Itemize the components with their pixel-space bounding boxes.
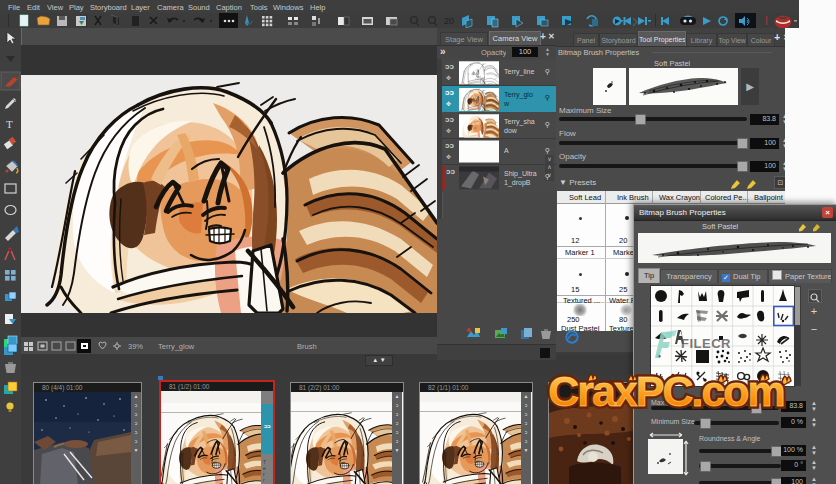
svg-text:⚲: ⚲ [545, 147, 550, 154]
svg-text:dow: dow [504, 127, 518, 134]
svg-text:ɔɔ: ɔɔ [445, 141, 454, 150]
svg-text:ɔɔ: ɔɔ [445, 115, 454, 124]
svg-text:39%: 39% [128, 342, 143, 351]
svg-text:ɔɔ: ɔɔ [445, 62, 454, 71]
svg-text:Terry_glow: Terry_glow [158, 342, 195, 351]
svg-text:ɔɔ: ɔɔ [445, 88, 454, 97]
svg-text:CraxPC.com: CraxPC.com [548, 367, 784, 414]
svg-text:✥: ✥ [446, 128, 451, 134]
svg-text:w: w [503, 100, 510, 107]
svg-text:✥: ✥ [446, 101, 451, 107]
svg-text:Brush: Brush [297, 342, 317, 351]
svg-text:✥: ✥ [446, 75, 451, 81]
svg-text:T: T [6, 118, 13, 130]
svg-text:✥: ✥ [446, 154, 451, 160]
svg-text:Ship_Ultra: Ship_Ultra [504, 170, 537, 178]
svg-text:⚲: ⚲ [545, 173, 550, 180]
svg-text:⚲: ⚲ [545, 68, 550, 75]
svg-text:ɔɔ: ɔɔ [446, 167, 455, 176]
svg-text:Terry_line: Terry_line [504, 68, 534, 76]
svg-text:A: A [504, 147, 509, 154]
svg-text:⚲: ⚲ [545, 94, 550, 101]
svg-text:Terry_sha: Terry_sha [504, 118, 535, 126]
svg-text:20: 20 [444, 16, 454, 26]
svg-text:⚲: ⚲ [545, 121, 550, 128]
svg-text:1_dropB: 1_dropB [504, 179, 531, 187]
svg-text:Terry_glo: Terry_glo [504, 91, 533, 99]
svg-text:FILECR: FILECR [681, 336, 731, 351]
